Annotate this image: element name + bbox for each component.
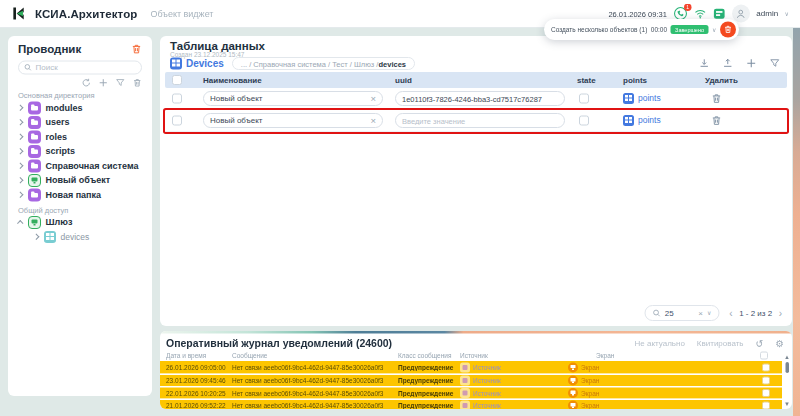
sidebar-trash-icon[interactable]	[131, 43, 142, 54]
toast-chevron-icon[interactable]: ∨	[712, 27, 716, 33]
main-directory-tree: modules users roles scripts	[8, 101, 152, 203]
scroll-up-icon[interactable]: ▲	[784, 354, 790, 360]
uuid-input[interactable]: ×	[395, 113, 565, 128]
tree-item[interactable]: Шлюз	[8, 215, 152, 230]
screen-icon	[28, 216, 41, 229]
journal-row-checkbox[interactable]	[762, 363, 770, 371]
journal-row-checkbox[interactable]	[762, 402, 770, 410]
tree-item[interactable]: scripts	[8, 144, 152, 159]
explorer-sidebar: Проводник Поиск Основная директория modu…	[8, 36, 152, 396]
user-name[interactable]: admin	[756, 9, 778, 18]
filter-icon[interactable]	[116, 78, 126, 88]
tree-item[interactable]: Справочная система	[8, 159, 152, 174]
chevron-icon[interactable]	[17, 220, 23, 226]
tree-item[interactable]: Новый объект	[8, 173, 152, 188]
tree-item[interactable]: roles	[8, 130, 152, 145]
screen-link[interactable]: Экран	[568, 401, 762, 410]
delete-row-icon[interactable]	[711, 115, 722, 126]
row-checkbox[interactable]	[172, 116, 182, 126]
history-icon[interactable]: ↺	[756, 338, 764, 348]
gear-icon[interactable]: ⚙	[775, 338, 784, 348]
sidebar-search-input[interactable]: Поиск	[18, 61, 142, 75]
source-link[interactable]: Источник	[460, 401, 568, 410]
journal-row[interactable]: 23.01.2026 09:45:46 Нет связи aeebc06f-9…	[160, 374, 782, 387]
chevron-icon[interactable]	[33, 234, 39, 240]
name-input[interactable]: ×	[203, 91, 383, 106]
points-link[interactable]: points	[623, 93, 705, 104]
add-icon[interactable]	[99, 78, 109, 88]
tree-item[interactable]: Новая папка	[8, 188, 152, 203]
tree-item[interactable]: users	[8, 115, 152, 130]
chevron-right-icon[interactable]	[17, 148, 23, 154]
journal-select-all-checkbox[interactable]	[760, 352, 768, 360]
screen-link[interactable]: Экран	[568, 376, 762, 386]
export-icon[interactable]	[699, 58, 710, 69]
state-checkbox[interactable]	[579, 94, 589, 104]
prev-page-icon[interactable]: ‹	[729, 308, 732, 318]
source-link[interactable]: Источник	[460, 388, 568, 398]
filter-icon[interactable]	[770, 58, 781, 69]
delete-row-icon[interactable]	[711, 93, 722, 104]
column-header-uuid: uuid	[395, 76, 577, 85]
clear-icon[interactable]: ×	[698, 309, 703, 317]
widgets-icon[interactable]	[713, 7, 726, 20]
breadcrumb[interactable]: ... / Справочная система / Тест / Шлюз /…	[232, 57, 415, 70]
acknowledge-button[interactable]: Квитировать	[697, 339, 744, 348]
scroll-thumb[interactable]	[786, 362, 790, 373]
name-input-field[interactable]	[210, 94, 366, 103]
journal-col-datetime: Дата и время	[166, 352, 232, 360]
chevron-down-icon[interactable]: ∨	[707, 310, 711, 316]
tree-item[interactable]: devices	[8, 230, 152, 245]
chevron-right-icon[interactable]	[17, 105, 23, 111]
journal-row[interactable]: 26.01.2026 09:05:00 Нет связи aeebc06f-9…	[160, 361, 782, 374]
select-all-checkbox[interactable]	[172, 75, 182, 85]
tree-item[interactable]: modules	[8, 101, 152, 116]
column-header-points: points	[623, 76, 705, 85]
journal-row-checkbox[interactable]	[762, 377, 770, 385]
trash-icon	[723, 25, 733, 35]
points-link[interactable]: points	[623, 115, 705, 126]
refresh-icon[interactable]	[82, 78, 92, 88]
delete-icon[interactable]	[133, 78, 143, 88]
uuid-input[interactable]: ×	[395, 91, 565, 106]
next-page-icon[interactable]: ›	[779, 308, 782, 318]
chevron-right-icon[interactable]	[17, 192, 23, 198]
source-icon	[460, 376, 470, 386]
state-checkbox[interactable]	[579, 116, 589, 126]
chevron-right-icon[interactable]	[17, 177, 23, 183]
chevron-right-icon[interactable]	[17, 163, 23, 169]
name-input[interactable]: ×	[203, 113, 383, 128]
chevron-right-icon[interactable]	[17, 119, 23, 125]
folder-icon	[28, 159, 41, 172]
table-icon	[623, 115, 634, 126]
source-link[interactable]: Источник	[460, 376, 568, 386]
toast-delete-button[interactable]	[720, 22, 736, 38]
points-label: points	[638, 116, 661, 126]
uuid-input-field[interactable]	[402, 116, 548, 125]
wifi-icon[interactable]	[694, 8, 707, 19]
journal-scrollbar[interactable]: ▲ ▼	[783, 360, 790, 407]
clear-icon[interactable]: ×	[370, 94, 376, 104]
import-icon[interactable]	[723, 58, 734, 69]
source-link[interactable]: Источник	[460, 362, 568, 372]
row-checkbox[interactable]	[172, 94, 182, 104]
clear-icon[interactable]: ×	[370, 116, 376, 126]
task-toast: Создать несколько объектов (1) 00:00 Зав…	[544, 19, 739, 40]
name-input-field[interactable]	[210, 116, 366, 125]
data-table: Наименование uuid state points Удалить ×	[165, 72, 787, 132]
avatar[interactable]	[732, 5, 750, 23]
journal-row[interactable]: 21.01.2026 09:52:22 Нет связи aeebc06f-9…	[160, 399, 782, 410]
not-actual-button[interactable]: Не актуально	[635, 339, 685, 348]
uuid-input-field[interactable]	[402, 94, 548, 103]
journal-row-checkbox[interactable]	[762, 389, 770, 397]
user-menu-chevron-icon[interactable]: ∨	[785, 11, 789, 17]
screen-link[interactable]: Экран	[568, 362, 762, 372]
journal-row[interactable]: 22.01.2026 10:20:25 Нет связи aeebc06f-9…	[160, 386, 782, 399]
chevron-right-icon[interactable]	[17, 134, 23, 140]
page-edge-decoration	[793, 28, 800, 416]
add-row-icon[interactable]	[746, 58, 757, 69]
entity-link[interactable]: Devices	[170, 58, 224, 70]
page-size-select[interactable]: 25 × ∨	[644, 305, 719, 321]
scroll-down-icon[interactable]: ▼	[784, 401, 790, 407]
screen-link[interactable]: Экран	[568, 388, 762, 398]
